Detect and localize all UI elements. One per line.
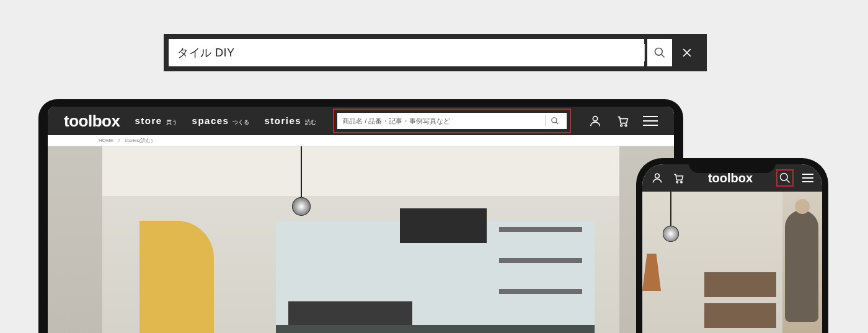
cart-icon[interactable] [672,172,684,184]
aside-left [48,146,102,333]
top-search-input[interactable] [177,47,636,60]
phone-aside [782,192,822,333]
menu-button[interactable] [643,116,658,126]
breadcrumb-home[interactable]: HOME [99,138,113,143]
svg-point-11 [681,181,683,183]
svg-point-9 [655,174,660,178]
nav-store-sub: 買う [166,118,177,127]
phone-logo[interactable]: toolbox [708,171,753,185]
nav-spaces[interactable]: spaces つくる [192,115,250,127]
user-icon[interactable] [588,114,602,128]
divider [644,44,645,61]
phone-screen: toolbox [642,164,822,333]
nav-stories[interactable]: stories 読む [264,115,316,127]
phone-menu-button[interactable] [802,174,813,182]
content-area [48,146,674,333]
svg-point-7 [621,125,622,127]
search-icon [653,47,666,59]
breadcrumb-current: stories(読む) [125,137,153,144]
laptop-device: toolbox store 買う spaces つくる stories 読む [38,99,683,333]
phone-content [642,192,822,333]
phone-hero-image [642,192,782,333]
svg-point-12 [781,174,788,181]
header: toolbox store 買う spaces つくる stories 読む [48,107,674,135]
header-search-highlight [333,109,571,133]
close-button[interactable] [672,39,702,66]
search-button[interactable] [647,39,672,66]
laptop-screen: toolbox store 買う spaces つくる stories 読む [48,107,674,333]
header-right [588,114,658,128]
phone-device: toolbox [636,158,828,333]
breadcrumb-sep: / [118,138,120,143]
phone-header: toolbox [642,164,822,192]
top-search-input-wrap [169,39,644,66]
svg-line-13 [787,180,790,183]
svg-point-0 [655,48,663,56]
close-icon [681,47,693,59]
nav-store-label: store [135,115,162,126]
user-icon[interactable] [651,172,663,184]
breadcrumb: HOME / stories(読む) [48,135,674,146]
pendant-light-icon [663,226,679,242]
svg-point-10 [676,181,678,183]
nav-store[interactable]: store 買う [135,115,177,127]
nav-spaces-sub: つくる [232,118,249,127]
svg-point-8 [625,125,627,127]
header-search-wrap [337,113,567,129]
nav-stories-label: stories [264,115,301,126]
person-figure [785,210,818,322]
phone-search-highlight [776,169,794,187]
svg-point-6 [593,117,597,121]
logo[interactable]: toolbox [64,112,120,131]
hero-image [102,146,619,333]
top-search-bar [164,34,707,71]
nav-stories-sub: 読む [305,118,316,127]
search-icon[interactable] [779,172,791,184]
pendant-light-icon [292,197,311,216]
cart-icon[interactable] [616,114,629,128]
nav-spaces-label: spaces [192,115,229,126]
svg-line-1 [662,55,665,58]
